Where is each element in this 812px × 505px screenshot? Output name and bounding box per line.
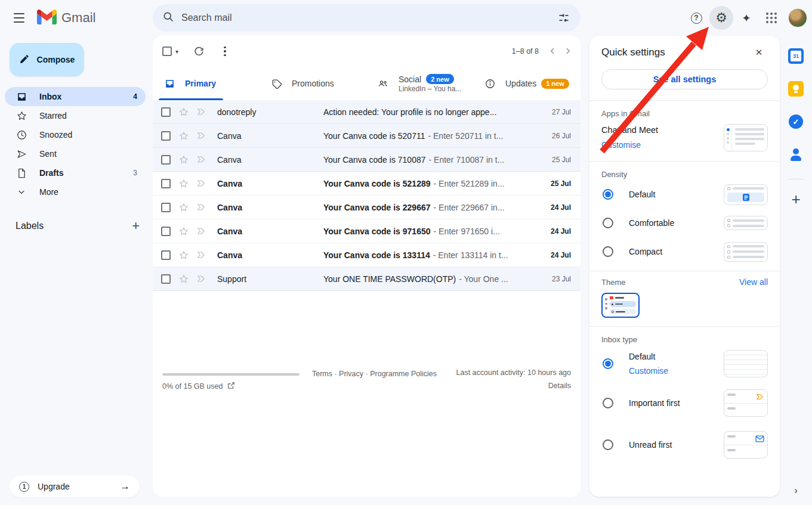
star-icon[interactable] bbox=[178, 106, 190, 118]
density-option-default[interactable]: Default bbox=[601, 180, 768, 209]
get-add-ons-icon[interactable]: + bbox=[791, 191, 800, 207]
important-marker-icon[interactable] bbox=[195, 154, 207, 166]
calendar-icon[interactable]: 31 bbox=[786, 47, 805, 66]
density-option-comfortable[interactable]: Comfortable bbox=[601, 209, 768, 237]
row-checkbox[interactable] bbox=[161, 107, 171, 117]
keep-icon[interactable] bbox=[786, 79, 805, 98]
row-checkbox[interactable] bbox=[161, 227, 171, 236]
email-row[interactable]: donotreply Action needed: Your profile i… bbox=[153, 100, 581, 124]
inbox-type-option-default[interactable]: Default Customise bbox=[601, 345, 768, 382]
inbox-default-customise-link[interactable]: Customise bbox=[629, 366, 668, 376]
row-checkbox[interactable] bbox=[161, 250, 171, 260]
email-row[interactable]: Canva Your Canva code is 521289- Enter 5… bbox=[153, 172, 581, 196]
see-all-settings-button[interactable]: See all settings bbox=[601, 69, 768, 89]
main-menu-icon[interactable] bbox=[5, 4, 33, 32]
refresh-button[interactable] bbox=[187, 39, 211, 63]
external-link-icon[interactable] bbox=[227, 382, 235, 391]
important-marker-icon[interactable] bbox=[195, 178, 207, 190]
email-row[interactable]: Canva Your Canva code is 971650- Enter 9… bbox=[153, 219, 581, 243]
upgrade-button[interactable]: 1 Upgrade → bbox=[10, 476, 140, 497]
density-option-compact[interactable]: Compact bbox=[601, 237, 768, 266]
star-icon[interactable] bbox=[178, 225, 190, 237]
inbox-default-thumbnail bbox=[724, 350, 768, 377]
email-date: 24 Jul bbox=[527, 203, 571, 212]
important-first-thumbnail bbox=[724, 389, 768, 417]
newer-page-icon[interactable] bbox=[549, 46, 556, 57]
details-link[interactable]: Details bbox=[446, 382, 571, 390]
star-icon[interactable] bbox=[178, 273, 190, 285]
tab-social[interactable]: Social 2 new LinkedIn – You ha... bbox=[366, 67, 473, 100]
sidebar-item-snoozed[interactable]: Snoozed bbox=[5, 125, 146, 144]
search-bar[interactable] bbox=[153, 4, 581, 32]
theme-thumbnail-selected[interactable] bbox=[601, 293, 640, 318]
star-icon[interactable] bbox=[178, 202, 190, 213]
more-options-button[interactable] bbox=[213, 39, 237, 63]
sidebar-item-inbox[interactable]: Inbox 4 bbox=[5, 87, 146, 106]
row-checkbox[interactable] bbox=[161, 155, 171, 165]
search-filters-icon[interactable] bbox=[552, 6, 576, 30]
radio-important-first[interactable] bbox=[603, 398, 613, 408]
inbox-tabs: Primary Promotions Social 2 new LinkedIn bbox=[153, 67, 581, 100]
settings-button[interactable]: ⚙ bbox=[709, 6, 733, 30]
email-row[interactable]: Canva Your Canva code is 710087- Enter 7… bbox=[153, 148, 581, 172]
gemini-button[interactable]: ✦ bbox=[734, 6, 758, 30]
account-avatar[interactable] bbox=[788, 8, 807, 27]
tab-updates[interactable]: Updates 1 new bbox=[473, 67, 580, 100]
radio-compact[interactable] bbox=[603, 246, 613, 257]
gemini-sparkle-icon: ✦ bbox=[742, 11, 751, 25]
email-row[interactable]: Canva Your Canva code is 520711- Enter 5… bbox=[153, 124, 581, 148]
storage-info: 0% of 15 GB used bbox=[162, 368, 303, 391]
sidebar-item-more[interactable]: More bbox=[5, 182, 146, 202]
contacts-icon[interactable] bbox=[786, 145, 805, 164]
sidebar-item-sent[interactable]: Sent bbox=[5, 144, 146, 163]
close-icon[interactable]: ✕ bbox=[750, 44, 768, 61]
sidebar-item-drafts[interactable]: Drafts 3 bbox=[5, 163, 146, 182]
inbox-type-option-unread-first[interactable]: Unread first bbox=[601, 424, 768, 466]
chat-meet-customise-link[interactable]: Customise bbox=[601, 140, 641, 150]
row-checkbox[interactable] bbox=[161, 179, 171, 188]
compose-button[interactable]: Compose bbox=[10, 43, 84, 76]
search-icon[interactable] bbox=[162, 11, 174, 25]
star-icon[interactable] bbox=[178, 178, 190, 190]
important-marker-icon[interactable] bbox=[195, 225, 207, 237]
radio-comfortable[interactable] bbox=[603, 218, 613, 228]
radio-default[interactable] bbox=[603, 189, 613, 200]
older-page-icon[interactable] bbox=[564, 46, 571, 57]
radio-unread-first[interactable] bbox=[603, 439, 613, 450]
hide-side-panel-icon[interactable]: › bbox=[794, 485, 798, 497]
envelope-icon bbox=[755, 434, 764, 445]
search-input[interactable] bbox=[181, 13, 552, 23]
primary-inbox-icon bbox=[163, 78, 175, 89]
create-label-icon[interactable]: + bbox=[132, 219, 140, 233]
help-button[interactable]: ? bbox=[684, 6, 708, 30]
tab-promotions[interactable]: Promotions bbox=[260, 67, 366, 100]
row-checkbox[interactable] bbox=[161, 274, 171, 284]
inbox-type-option-important-first[interactable]: Important first bbox=[601, 382, 768, 424]
important-marker-icon[interactable] bbox=[195, 106, 207, 118]
important-marker-icon[interactable] bbox=[195, 249, 207, 261]
google-apps-button[interactable] bbox=[759, 6, 783, 30]
star-icon[interactable] bbox=[178, 154, 190, 166]
important-marker-icon[interactable] bbox=[195, 202, 207, 213]
pencil-icon bbox=[19, 54, 30, 66]
star-icon[interactable] bbox=[178, 249, 190, 261]
tab-primary[interactable]: Primary bbox=[153, 67, 260, 100]
radio-inbox-default[interactable] bbox=[603, 358, 613, 369]
select-dropdown-caret-icon[interactable]: ▾ bbox=[175, 48, 178, 55]
tasks-icon[interactable]: ✓ bbox=[786, 112, 805, 131]
row-checkbox[interactable] bbox=[161, 203, 171, 212]
legal-links[interactable]: Terms · Privacy · Programme Policies bbox=[303, 368, 446, 391]
email-row[interactable]: Support Your ONE TIME PASSWORD(OTP)- You… bbox=[153, 267, 581, 291]
important-marker-icon[interactable] bbox=[195, 273, 207, 285]
row-checkbox[interactable] bbox=[161, 131, 171, 141]
email-row[interactable]: Canva Your Canva code is 133114- Enter 1… bbox=[153, 243, 581, 267]
email-subject-line: Your Canva code is 521289- Enter 521289 … bbox=[323, 179, 527, 188]
select-all-checkbox[interactable] bbox=[162, 47, 172, 56]
theme-view-all-link[interactable]: View all bbox=[739, 277, 768, 287]
more-vert-icon bbox=[224, 47, 226, 57]
important-marker-icon[interactable] bbox=[195, 130, 207, 142]
compose-label: Compose bbox=[37, 55, 75, 64]
email-row[interactable]: Canva Your Canva code is 229667- Enter 2… bbox=[153, 196, 581, 219]
sidebar-item-starred[interactable]: Starred bbox=[5, 106, 146, 125]
star-icon[interactable] bbox=[178, 130, 190, 142]
